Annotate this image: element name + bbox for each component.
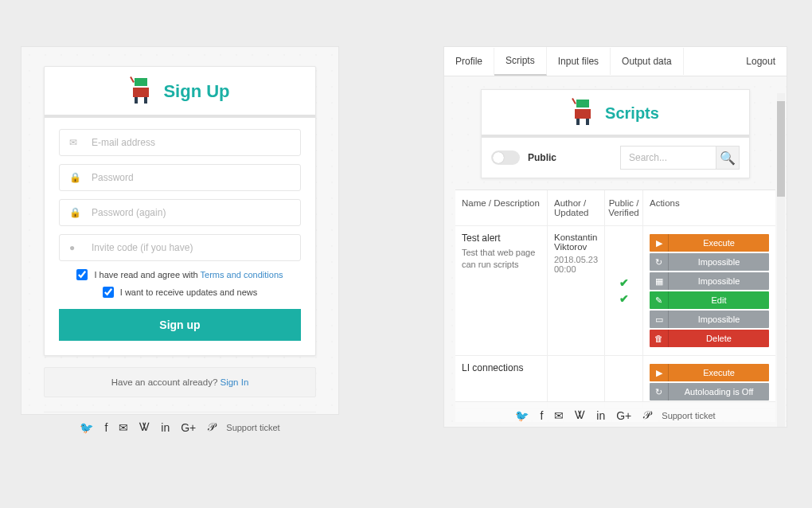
lock-icon: 🔒	[69, 207, 82, 218]
scripts-title: Scripts	[605, 104, 659, 123]
gplus-icon[interactable]: G+	[181, 421, 196, 434]
lock-icon: 🔒	[69, 172, 82, 183]
social-row: 🐦 f ✉ Ꮤ in G+ 𝒫 Support ticket	[44, 412, 316, 434]
mail-icon[interactable]: ✉	[554, 409, 564, 422]
action-icon: ▶	[650, 364, 669, 381]
twitter-icon[interactable]: 🐦	[515, 409, 529, 422]
terms-checkbox[interactable]	[76, 269, 88, 280]
table-header-row: Name / Description Author / Updated Publ…	[455, 190, 775, 226]
tab-profile[interactable]: Profile	[444, 48, 494, 75]
execute-button[interactable]: ▶Execute	[650, 364, 769, 381]
col-actions: Actions	[643, 190, 775, 225]
signup-panel: Sign Up ✉ 🔒 🔒 ● I have read a	[21, 46, 339, 415]
action-icon: ↻	[650, 383, 669, 401]
action-label: Edit	[669, 295, 769, 305]
action-label: Impossible	[669, 315, 769, 324]
terms-line: I have read and agree with Terms and con…	[59, 269, 301, 280]
search-input[interactable]	[620, 146, 716, 170]
row-title: Test alert	[462, 233, 541, 244]
invite-input[interactable]	[92, 242, 291, 253]
facebook-icon[interactable]: f	[540, 409, 543, 422]
delete-button[interactable]: 🗑Delete	[650, 330, 769, 347]
row-updated: 2018.05.23 00:00	[554, 255, 598, 274]
social-row-right: 🐦 f ✉ Ꮤ in G+ 𝒫 Support ticket	[455, 401, 775, 422]
signup-header: Sign Up	[45, 67, 315, 118]
gplus-icon[interactable]: G+	[616, 409, 631, 422]
action-icon: ✎	[650, 291, 669, 309]
col-author: Author / Updated	[548, 190, 605, 225]
dot-icon: ●	[69, 242, 82, 253]
linkedin-icon[interactable]: in	[161, 421, 170, 434]
check-icon: ✔	[619, 292, 629, 305]
signin-link[interactable]: Sign In	[221, 377, 249, 387]
impossible-button[interactable]: ▦Impossible	[650, 272, 769, 290]
support-link[interactable]: Support ticket	[662, 411, 715, 420]
scripts-head: Scripts	[482, 90, 749, 138]
cell-public: ✔✔	[605, 226, 643, 355]
scrollbar[interactable]	[777, 93, 785, 428]
password-again-input[interactable]	[92, 207, 291, 218]
facebook-icon[interactable]: f	[104, 421, 107, 434]
linkedin-icon[interactable]: in	[596, 409, 605, 422]
action-label: Impossible	[669, 276, 769, 286]
robot-logo-icon	[130, 80, 152, 104]
execute-button[interactable]: ▶Execute	[650, 234, 769, 252]
tab-input-files[interactable]: Input files	[547, 48, 611, 75]
search-button[interactable]: 🔍	[716, 146, 740, 170]
news-checkbox[interactable]	[103, 287, 114, 298]
action-icon: 🗑	[650, 330, 669, 347]
pinterest-icon[interactable]: 𝒫	[207, 420, 215, 434]
action-icon: ▶	[650, 234, 669, 252]
col-name: Name / Description	[455, 190, 548, 225]
news-line: I want to receive updates and news	[59, 287, 301, 298]
mail-icon[interactable]: ✉	[119, 421, 128, 434]
signup-button[interactable]: Sign up	[59, 309, 301, 341]
vk-icon[interactable]: Ꮤ	[139, 420, 150, 434]
action-label: Execute	[669, 238, 769, 248]
vk-icon[interactable]: Ꮤ	[575, 408, 585, 422]
search-icon: 🔍	[720, 150, 736, 166]
robot-logo-icon	[572, 101, 594, 125]
password-row: 🔒	[59, 164, 301, 191]
password-input[interactable]	[92, 172, 291, 183]
row-desc: Test that web page can run scripts	[462, 247, 541, 272]
autoloading-is-off-button[interactable]: ↻Autoloading is Off	[650, 383, 769, 401]
pinterest-icon[interactable]: 𝒫	[642, 408, 650, 422]
public-toggle[interactable]	[491, 150, 520, 165]
impossible-button[interactable]: ▭Impossible	[650, 311, 769, 328]
col-public: Public / Verified	[605, 190, 643, 225]
action-icon: ↻	[650, 253, 669, 271]
tab-logout[interactable]: Logout	[735, 48, 787, 75]
password2-row: 🔒	[59, 199, 301, 226]
invite-row: ●	[59, 234, 301, 261]
scripts-card: Scripts Public 🔍	[481, 89, 750, 178]
have-account-text: Have an account already?	[111, 377, 221, 387]
tab-scripts[interactable]: Scripts	[494, 47, 547, 76]
impossible-button[interactable]: ↻Impossible	[650, 253, 769, 271]
terms-link[interactable]: Terms and conditions	[201, 270, 283, 279]
scripts-table: Name / Description Author / Updated Publ…	[455, 190, 775, 409]
cell-actions: ▶Execute↻Impossible▦Impossible✎Edit▭Impo…	[643, 226, 775, 355]
table-row: Test alertTest that web page can run scr…	[455, 226, 775, 356]
cell-author: Konstantin Viktorov2018.05.23 00:00	[548, 226, 605, 355]
email-input[interactable]	[92, 137, 291, 148]
nav-tabs: Profile Scripts Input files Output data …	[444, 47, 787, 76]
email-row: ✉	[59, 129, 301, 156]
row-title: LI connections	[462, 362, 541, 373]
action-label: Impossible	[669, 257, 769, 267]
news-text: I want to receive updates and news	[120, 287, 257, 297]
tab-output-data[interactable]: Output data	[611, 48, 684, 75]
cell-name: Test alertTest that web page can run scr…	[455, 226, 548, 355]
search-wrap: 🔍	[620, 146, 740, 170]
twitter-icon[interactable]: 🐦	[80, 421, 93, 434]
public-label: Public	[528, 152, 556, 163]
terms-text: I have read and agree with	[94, 270, 200, 279]
action-label: Execute	[669, 368, 769, 377]
edit-button[interactable]: ✎Edit	[650, 291, 769, 309]
action-icon: ▦	[650, 272, 669, 290]
row-author: Konstantin Viktorov	[554, 233, 598, 252]
action-icon: ▭	[650, 311, 669, 328]
check-icon: ✔	[619, 276, 629, 289]
scripts-panel: Profile Scripts Input files Output data …	[443, 46, 787, 428]
support-link[interactable]: Support ticket	[226, 423, 279, 432]
